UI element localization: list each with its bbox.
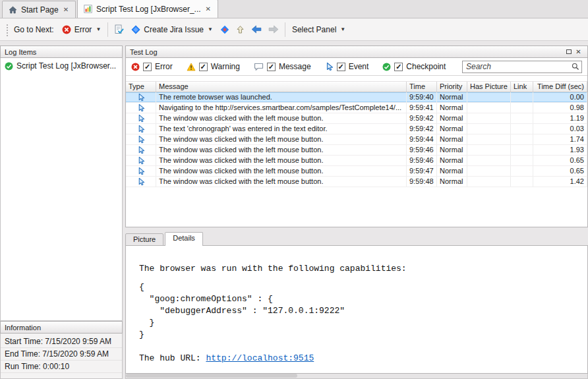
log-row[interactable]: The window was clicked with the left mou… [126,145,587,156]
document-tab-bar: Start Page ✕ Script Test Log [JxBrowser_… [0,0,588,18]
filter-warning[interactable]: ✓ Warning [187,62,240,71]
tab-script-test-log[interactable]: Script Test Log [JxBrowser_... ✕ [77,0,218,18]
event-icon [126,103,156,113]
event-icon [126,124,156,134]
event-icon [126,134,156,144]
restore-icon [566,49,572,54]
chevron-down-icon: ▼ [340,26,345,32]
log-row[interactable]: The window was clicked with the left mou… [126,156,587,166]
test-log-content: ✓ Error ✓ Warning ✓ Message [125,58,588,227]
cell-time-diff: 1.74 [533,134,587,144]
log-row[interactable]: The window was clicked with the left mou… [126,113,587,124]
close-panel-button[interactable]: ✕ [573,47,583,57]
navigate-back-button[interactable] [248,22,265,36]
filter-event[interactable]: ✓ Event [325,62,369,71]
cell-link [511,124,533,134]
log-row[interactable]: The window was clicked with the left mou… [126,177,587,187]
checkpoint-checkbox[interactable]: ✓ [394,63,403,71]
log-row[interactable]: The text 'chronograph' was entered in th… [126,124,587,134]
cell-message: The window was clicked with the left mou… [156,177,407,187]
toolbar-separator [285,22,285,37]
log-row[interactable]: The window was clicked with the left mou… [126,166,587,177]
cell-message: The window was clicked with the left mou… [156,134,407,144]
filter-error[interactable]: ✓ Error [131,62,173,71]
cell-link [511,103,533,113]
cell-time: 9:59:42 [407,124,437,134]
scrollbar-thumb[interactable] [126,374,297,378]
column-header-time[interactable]: Time [407,82,437,92]
tab-details[interactable]: Details [165,232,203,246]
column-header-time-diff[interactable]: Time Diff (sec) [533,82,587,92]
forward-arrow-icon [268,25,279,34]
cell-priority: Normal [437,156,467,165]
cell-time-diff: 1.93 [533,145,587,155]
filter-checkpoint[interactable]: ✓ Checkpoint [382,62,446,71]
cell-link [511,166,533,176]
log-items-tree: Script Test Log [JxBrowser... [0,58,123,321]
hub-url-link[interactable]: http://localhost:9515 [206,353,314,363]
post-defect-button[interactable] [111,22,127,37]
select-panel-button[interactable]: Select Panel ▼ [288,22,349,37]
jira-logo-button[interactable] [217,22,233,37]
tree-item-script-test-log[interactable]: Script Test Log [JxBrowser... [1,58,122,73]
warning-checkbox[interactable]: ✓ [199,63,208,71]
checkpoint-icon [5,62,13,71]
cell-priority: Normal [437,166,467,176]
event-icon [126,145,156,155]
close-icon[interactable]: ✕ [63,6,69,13]
create-jira-issue-button[interactable]: Create Jira Issue ▼ [127,22,217,37]
column-header-link[interactable]: Link [511,82,533,92]
cell-time: 9:59:48 [407,177,437,187]
cell-has-picture [467,145,511,155]
log-row[interactable]: Navigating to the http://services.smartb… [126,103,587,113]
tab-picture[interactable]: Picture [125,233,163,246]
cell-message: The window was clicked with the left mou… [156,145,407,155]
column-header-message[interactable]: Message [156,82,407,92]
column-header-type[interactable]: Type [126,82,156,92]
cell-has-picture [467,134,511,144]
warning-icon [187,63,196,71]
search-input[interactable] [462,61,582,73]
left-panel: Log Items Script Test Log [JxBrowser... … [0,41,123,379]
float-panel-button[interactable] [564,47,573,57]
cell-priority: Normal [437,124,467,134]
column-header-has-picture[interactable]: Has Picture [467,82,511,92]
error-checkbox[interactable]: ✓ [143,63,152,71]
message-checkbox[interactable]: ✓ [267,63,276,71]
tab-start-page[interactable]: Start Page ✕ [2,1,76,18]
details-horizontal-scrollbar[interactable] [125,374,588,379]
cell-message: The text 'chronograph' was entered in th… [156,124,407,134]
cell-message: The window was clicked with the left mou… [156,156,407,165]
column-header-priority[interactable]: Priority [437,82,467,92]
cell-message: The remote browser was launched. [156,92,407,102]
main-toolbar: Go to Next: Error ▼ Create Jira Issue ▼ [0,18,588,41]
filter-label: Message [279,62,311,71]
tab-label: Start Page [21,5,59,15]
test-log-panel: Test Log ✕ ✓ Error ✓ War [125,41,588,379]
filter-message[interactable]: ✓ Message [254,62,311,71]
go-to-parent-button[interactable] [233,22,248,37]
go-to-next-error-button[interactable]: Error ▼ [58,22,105,37]
log-row[interactable]: The window was clicked with the left mou… [126,134,587,145]
cell-link [511,145,533,155]
test-log-icon [84,5,92,13]
cell-time-diff: 1.19 [533,113,587,123]
log-table-body: The remote browser was launched.9:59:40N… [126,92,587,187]
cell-has-picture [467,124,511,134]
up-arrow-icon [236,25,245,34]
log-row[interactable]: The remote browser was launched.9:59:40N… [126,92,587,103]
hub-url-label: The hub URL: [139,353,206,363]
cell-has-picture [467,177,511,187]
event-icon [126,156,156,165]
error-button-label: Error [74,25,92,34]
run-time-text: Run Time: 0:00:10 [1,361,122,373]
details-pane: The browser was run with the following c… [125,245,588,374]
cell-time: 9:59:46 [407,156,437,165]
close-icon[interactable]: ✕ [205,5,212,13]
cell-time: 9:59:40 [407,92,437,102]
event-checkbox[interactable]: ✓ [337,63,345,71]
navigate-forward-button[interactable] [265,22,282,36]
toolbar-grip[interactable] [5,23,9,36]
hub-url-line: The hub URL: http://localhost:9515 [139,353,579,364]
search-box [462,61,582,73]
